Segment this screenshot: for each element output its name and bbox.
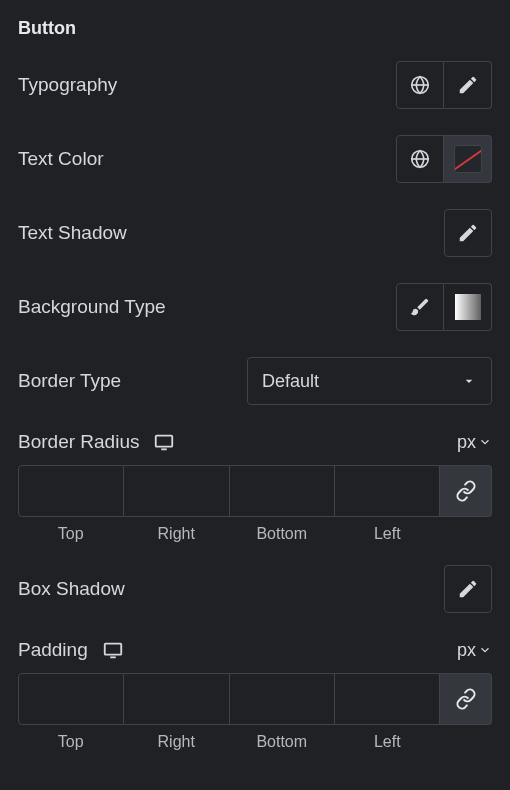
chevron-down-icon [461,373,477,389]
border-radius-unit-select[interactable]: px [457,432,492,453]
no-color-swatch-icon [454,145,482,173]
typography-row: Typography [18,61,492,109]
text-shadow-row: Text Shadow [18,209,492,257]
padding-unit: px [457,640,476,661]
link-icon [455,480,477,502]
text-color-swatch-button[interactable] [444,135,492,183]
text-shadow-label: Text Shadow [18,222,127,244]
border-radius-bottom-input[interactable] [230,465,335,517]
padding-bottom-input[interactable] [230,673,335,725]
border-type-row: Border Type Default [18,357,492,405]
border-radius-left-label: Left [335,525,441,543]
padding-bottom-label: Bottom [229,733,335,751]
padding-top-label: Top [18,733,124,751]
border-radius-top-label: Top [18,525,124,543]
border-radius-unit: px [457,432,476,453]
svg-rect-2 [156,436,173,447]
box-shadow-label: Box Shadow [18,578,125,600]
pencil-icon [457,74,479,96]
padding-left-label: Left [335,733,441,751]
border-radius-inputs [18,465,492,517]
padding-unit-select[interactable]: px [457,640,492,661]
background-type-row: Background Type [18,283,492,331]
typography-label: Typography [18,74,117,96]
border-type-select[interactable]: Default [247,357,492,405]
svg-rect-3 [104,644,121,655]
border-type-value: Default [262,371,319,392]
pencil-icon [457,578,479,600]
border-radius-top-input[interactable] [18,465,124,517]
typography-globals-button[interactable] [396,61,444,109]
padding-label: Padding [18,639,88,661]
text-color-row: Text Color [18,135,492,183]
padding-top-input[interactable] [18,673,124,725]
border-radius-side-labels: Top Right Bottom Left [18,525,492,543]
padding-right-label: Right [124,733,230,751]
padding-row: Padding px [18,639,492,661]
typography-edit-button[interactable] [444,61,492,109]
box-shadow-row: Box Shadow [18,565,492,613]
background-classic-button[interactable] [396,283,444,331]
text-color-globals-button[interactable] [396,135,444,183]
text-color-label: Text Color [18,148,104,170]
border-type-label: Border Type [18,370,121,392]
gradient-icon [455,294,481,320]
border-radius-right-input[interactable] [124,465,229,517]
background-gradient-button[interactable] [444,283,492,331]
chevron-down-icon [478,435,492,449]
border-radius-right-label: Right [124,525,230,543]
padding-inputs [18,673,492,725]
padding-left-input[interactable] [335,673,440,725]
padding-right-input[interactable] [124,673,229,725]
pencil-icon [457,222,479,244]
chevron-down-icon [478,643,492,657]
section-title: Button [18,18,492,39]
responsive-icon[interactable] [153,431,175,453]
border-radius-bottom-label: Bottom [229,525,335,543]
background-type-label: Background Type [18,296,166,318]
padding-side-labels: Top Right Bottom Left [18,733,492,751]
border-radius-label: Border Radius [18,431,139,453]
border-radius-link-button[interactable] [440,465,492,517]
border-radius-left-input[interactable] [335,465,440,517]
padding-link-button[interactable] [440,673,492,725]
link-icon [455,688,477,710]
box-shadow-edit-button[interactable] [444,565,492,613]
responsive-icon[interactable] [102,639,124,661]
globe-icon [409,148,431,170]
text-shadow-edit-button[interactable] [444,209,492,257]
border-radius-row: Border Radius px [18,431,492,453]
brush-icon [409,296,431,318]
globe-icon [409,74,431,96]
